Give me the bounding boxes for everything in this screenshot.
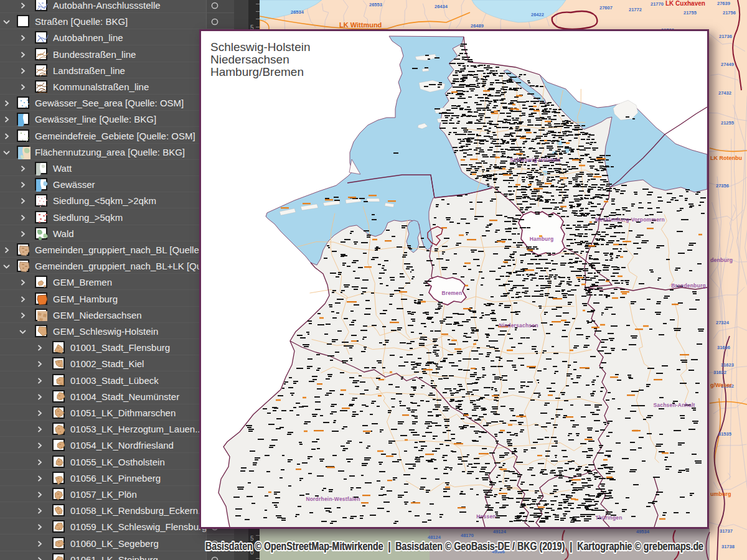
svg-text:Niedersachsen: Niedersachsen	[499, 322, 538, 329]
svg-text:26434: 26434	[435, 4, 448, 9]
svg-text:31738: 31738	[721, 544, 735, 549]
svg-text:Basisdaten © OpenStreetMap-Mit: Basisdaten © OpenStreetMap-Mitwirkende |…	[205, 539, 703, 553]
svg-text:Sachsen-Anhalt: Sachsen-Anhalt	[653, 402, 695, 408]
svg-text:49124: 49124	[493, 529, 507, 534]
svg-text:26489: 26489	[471, 23, 484, 29]
svg-text:21756: 21756	[723, 10, 736, 16]
svg-text:26534: 26534	[291, 9, 304, 15]
svg-text:21772: 21772	[629, 7, 642, 12]
svg-text:g/Weser: g/Weser	[710, 382, 732, 388]
svg-text:21755: 21755	[684, 10, 697, 16]
svg-text:31623: 31623	[721, 362, 734, 368]
svg-text:27639: 27639	[717, 1, 730, 6]
svg-text:Bremen: Bremen	[442, 290, 463, 296]
svg-text:Brandenburg: Brandenburg	[671, 282, 706, 289]
svg-text:Schleswig-Holstein: Schleswig-Holstein	[510, 157, 561, 163]
svg-text:31737: 31737	[720, 528, 733, 534]
svg-text:LK Wittmund: LK Wittmund	[339, 21, 382, 29]
svg-text:Nordrhein-Westfalen: Nordrhein-Westfalen	[306, 496, 360, 502]
svg-text:26553: 26553	[369, 2, 382, 7]
svg-text:umburg: umburg	[710, 491, 731, 497]
svg-text:Hessen: Hessen	[476, 513, 496, 520]
svg-text:27607: 27607	[599, 5, 613, 11]
svg-text:denburg: denburg	[710, 257, 733, 263]
svg-text:49534: 49534	[636, 529, 650, 534]
svg-text:Hamburg: Hamburg	[530, 236, 554, 242]
svg-text:26422: 26422	[531, 12, 544, 17]
svg-text:21770: 21770	[651, 1, 664, 7]
svg-text:27356: 27356	[716, 183, 729, 189]
svg-text:Thüringen: Thüringen	[595, 515, 622, 521]
svg-text:31606: 31606	[717, 345, 730, 350]
svg-text:27449: 27449	[721, 62, 734, 67]
svg-text:21255: 21255	[721, 120, 734, 126]
svg-text:27432: 27432	[718, 90, 731, 96]
svg-text:27324: 27324	[716, 320, 730, 325]
svg-text:LK Rotenbu: LK Rotenbu	[710, 155, 742, 161]
svg-text:31535: 31535	[718, 431, 731, 437]
svg-text:31622: 31622	[713, 370, 726, 375]
svg-text:21736: 21736	[719, 34, 732, 39]
svg-text:Mecklenburg-Vorpommern: Mecklenburg-Vorpommern	[595, 217, 665, 223]
svg-text:LK Cuxhaven: LK Cuxhaven	[665, 0, 705, 7]
